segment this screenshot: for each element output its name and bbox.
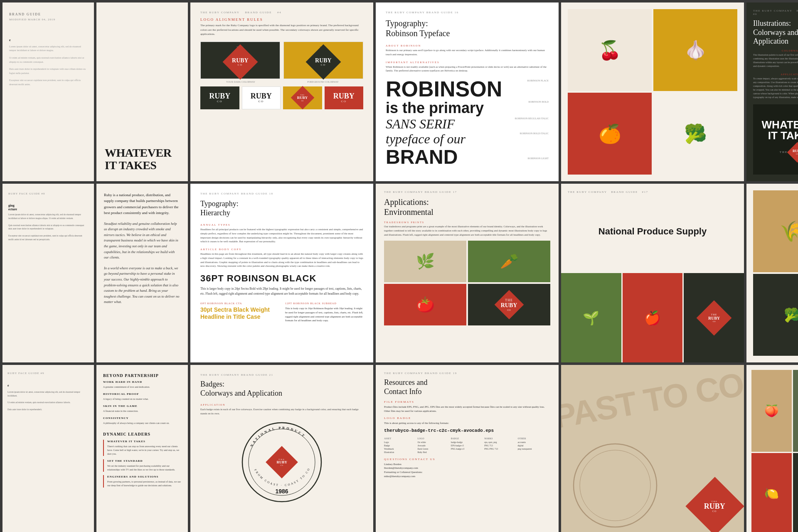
- dl-whatever: WHATEVER IT TAKES There's nothing that c…: [103, 440, 181, 456]
- annual-label: ANNUAL TYPES: [200, 223, 363, 226]
- logo-variations-row: RUBY CO RUBY CO THE RUBY CO: [200, 86, 363, 109]
- dynamic-leaders-section: DYNAMIC LEADERS WHATEVER IT TAKES There'…: [103, 432, 181, 488]
- illus-veggie: 🥦: [653, 93, 737, 175]
- logo-colorway-labels: YOUR DARK COLORWAY FOREGROUND COLORWAY: [200, 81, 363, 83]
- app-env-page: THE RUBY COMPANY BRAND GUIDE 17: [384, 190, 550, 194]
- body-copy-sample: This is larger body copy in 24pt Sectra …: [200, 286, 363, 296]
- env-img-2: 🍅: [384, 284, 466, 325]
- logo-body-text: The primary mark for the Ruby Company lo…: [200, 23, 363, 37]
- logo-cell-var-4: RUBY CO: [325, 86, 364, 109]
- page-num-r2: RUBY FACE GUIDE #8: [8, 192, 88, 195]
- env-img-0: 🌿: [384, 241, 466, 282]
- badge-overlap-diamond: THE RUBY CO: [685, 477, 744, 532]
- big-tagline-text: WHATEVER IT TAKES: [105, 147, 180, 171]
- panel-brand-guide-narrow: BRAND GUIDE MODIFIED MARCH 04, 2019 e Lo…: [2, 2, 94, 181]
- questions-text: Lindsey Borden lborden@therubycompany.co…: [384, 462, 550, 478]
- app-env-title: Applications: Environmental: [384, 197, 550, 217]
- gold-headline: 30pt Sectra Black Weight Headline in Tit…: [200, 306, 278, 320]
- panel-tagline: WHATEVER IT TAKES: [96, 2, 188, 181]
- work-hard-subtitle: WORK HARD IN HAND: [103, 380, 181, 384]
- national-produce-block: THE RUBY COMPANY BRAND GUIDE #17 Nationa…: [561, 184, 744, 273]
- logo-cell-gold: THE RUBY CO: [283, 42, 363, 79]
- skin-subtitle: SKIN IN THE GAME: [103, 404, 181, 408]
- env-image-grid: 🌿 🥕 🍅 THE RUBY CO: [384, 241, 550, 325]
- robinson-display: ROBINSON ROBINSON PLACE: [386, 79, 549, 99]
- nat-img-1: 🍎: [623, 273, 683, 362]
- resources-table: ASSET LogoBadgeWordmarkIllustration LOGO…: [384, 437, 550, 454]
- company-desc-1: Ruby is a national produce, distribution…: [104, 192, 180, 216]
- company-desc-3: In a world where everyone is out to make…: [104, 266, 180, 305]
- questions-label: QUESTIONS CONTACT US: [384, 458, 550, 461]
- nat-img-0: 🌱: [561, 273, 621, 362]
- right-thumb-2: 🍋: [751, 453, 792, 532]
- historical-subtitle: HISTORICAL PROOF: [103, 392, 181, 396]
- annual-text: Headlines for all principal products can…: [200, 227, 363, 244]
- typo-page-label: THE RUBY COMPANY BRAND GUIDE 16: [386, 11, 549, 14]
- ruby-logo-overlay: THE RUBY CO: [780, 145, 798, 160]
- about-robinson-label: ABOUT ROBINSON: [386, 44, 549, 47]
- dl-text3: From growing partners, to personal persi…: [107, 480, 181, 488]
- dl-text1: There's nothing that can stop us from an…: [107, 445, 181, 456]
- panel-company-description: Ruby is a national produce, distribution…: [96, 184, 188, 362]
- right-thumb-1: 🥦: [793, 370, 798, 452]
- ruby-logo-gold-bg: THE RUBY CO: [311, 46, 336, 74]
- brand-guide-label: BRAND GUIDE: [9, 12, 87, 16]
- panel-logo-guidelines: THE RUBY COMPANY BRAND GUIDE #4 LOGO ALI…: [190, 2, 373, 181]
- file-formats-label: FILE FORMATS: [384, 400, 550, 404]
- env-img-3: THE RUBY CO: [468, 284, 550, 325]
- badge-showcase: NATIONAL PRODUCT FROM COAST · COAST TO C…: [200, 421, 363, 504]
- panel-row3-right: 🍑 🥦 🍋 THE RUBY CO: [746, 365, 798, 532]
- page-num-r3: RUBY FACE GUIDE #9: [7, 372, 89, 375]
- illus-page-label: THE RUBY COMPANY BRAND GUIDE #6: [753, 9, 798, 16]
- beyond-title: BEYOND PARTNERSHIP: [103, 373, 181, 378]
- side-text-3: Duis aute irure dolor in reprehenderit i…: [9, 67, 87, 75]
- badges-title: Badges: Colorways and Application: [200, 380, 363, 398]
- panel-badge-showcase: PAST TO CO THE RUBY CO: [561, 365, 744, 532]
- panel-row2-right: 🌾 🥦: [746, 184, 798, 362]
- about-robinson-text: Robinson is our primary sans serif typef…: [386, 48, 549, 57]
- article-text: Headlines in this page are from througho…: [200, 252, 363, 268]
- panel-applications-environmental: THE RUBY COMPANY BRAND GUIDE 17 Applicat…: [376, 184, 559, 362]
- panel-national-produce: THE RUBY COMPANY BRAND GUIDE #17 Nationa…: [561, 184, 744, 362]
- badge-year: 1986: [275, 488, 288, 495]
- important-text: When Robinson is not readily available (…: [386, 65, 549, 73]
- illus-orange: 🍊: [568, 93, 652, 175]
- dl-sub2: SET THE STANDARD: [107, 459, 181, 463]
- illus-garlic: 🧄: [653, 9, 737, 91]
- whatever-it-takes: WHATEVER IT TAKES: [758, 119, 798, 141]
- logo-cell-var-3: THE RUBY CO: [283, 86, 322, 109]
- national-produce-title: National Produce Supply: [568, 197, 737, 266]
- filename-display: therubyco-badge-trc-c2c-cmyk-avocado.eps: [384, 428, 550, 433]
- consistency-text: A philosophy of always being a company o…: [103, 421, 181, 425]
- skin-text: A financial stake in the connection.: [103, 409, 181, 413]
- logo-badge-text: This is about getting access to any of t…: [384, 421, 550, 425]
- logo-cell-var-2: RUBY CO: [242, 86, 281, 109]
- important-label: IMPORTANT ALTERNATIVES: [386, 61, 549, 64]
- logo-badge-label: LOGO BADGE: [384, 416, 550, 420]
- tradeshows-label: TRADESHOWS PRINTS: [384, 221, 550, 224]
- typo-col-right: 12PT ROBINSON BLACK SUBHEAD This is body…: [285, 302, 363, 324]
- svg-point-5: [580, 450, 650, 521]
- env-img-1: 🥕: [468, 241, 550, 282]
- badges-page: THE RUBY COMPANY BRAND GUIDE 21: [200, 373, 363, 377]
- side-text-4: Excepteur sint occaecat cupidatat non pr…: [9, 79, 87, 86]
- illus-cherries: 🍒: [568, 9, 652, 91]
- file-formats-text: Product files include EPS, PNG, and JPG.…: [384, 405, 550, 413]
- logo-cell-dark: THE RUBY CO: [200, 42, 280, 79]
- application-text: To create impact, always aggressively sc…: [753, 77, 798, 99]
- dl-text2: We set the industry standard for purchas…: [107, 464, 181, 472]
- application-label: APPLICATION: [781, 73, 798, 76]
- svg-point-4: [574, 444, 657, 527]
- panel-resources: THE RUBY COMPANY BRAND GUIDE 19 Resource…: [376, 365, 559, 532]
- right-img-bottom: 🥦: [753, 274, 798, 356]
- logo-main-grid: THE RUBY CO THE RUBY CO: [200, 42, 363, 79]
- badge-app-text: Each badge exists in each of our five co…: [200, 407, 363, 416]
- panel-typography-robinson: THE RUBY COMPANY BRAND GUIDE 16 Typograp…: [376, 2, 559, 181]
- historical-text: A legacy of being counted on no matter w…: [103, 397, 181, 401]
- ruby-diamond-main: RUBY CO: [223, 44, 258, 79]
- typo-hier-title: Typography: Hierarchy: [200, 200, 363, 217]
- company-desc-2: Steadfast reliability and genuine collab…: [104, 221, 180, 261]
- dl-sub3: ENGINEERS AND SOLUTIONS: [107, 475, 181, 478]
- panel-row2-left: RUBY FACE GUIDE #8 gingecture Lorem ipsu…: [2, 184, 94, 362]
- watermark-text: PAST TO CO: [561, 365, 744, 436]
